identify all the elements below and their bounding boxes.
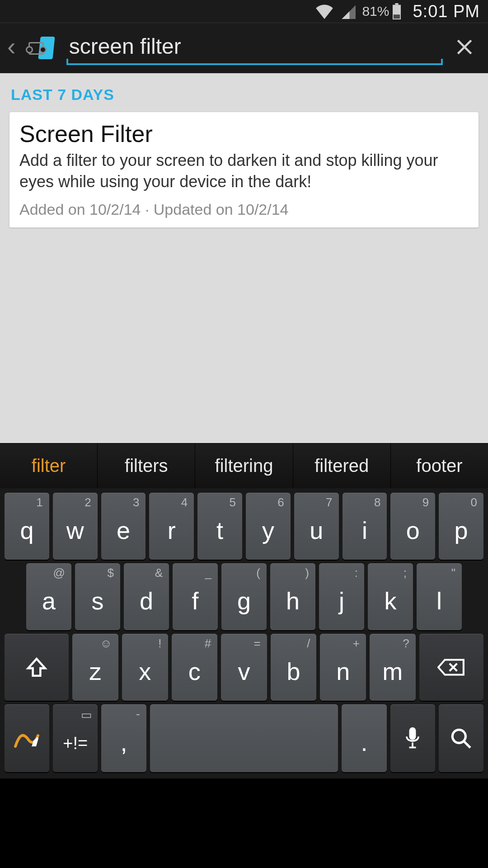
- key-period[interactable]: .: [342, 704, 386, 772]
- key-c[interactable]: #c: [172, 634, 218, 701]
- key-o[interactable]: 9o: [390, 493, 435, 560]
- search-input[interactable]: [66, 34, 443, 61]
- key-backspace[interactable]: [419, 634, 483, 701]
- key-comma[interactable]: - ,: [101, 704, 146, 772]
- suggestion-item[interactable]: footer: [391, 443, 488, 488]
- key-symbols[interactable]: ▭ +!=: [53, 704, 98, 772]
- key-space[interactable]: [150, 704, 338, 772]
- key-r[interactable]: 4r: [149, 493, 194, 560]
- battery-percent: 81%: [362, 4, 389, 19]
- key-n[interactable]: +n: [320, 634, 366, 701]
- suggestion-item[interactable]: filtering: [195, 443, 293, 488]
- key-f[interactable]: _f: [173, 563, 218, 630]
- keyboard-row-3: ☺z !x #c =v /b +n ?m: [2, 632, 486, 703]
- wifi-icon: [315, 4, 334, 19]
- svg-rect-3: [409, 727, 416, 740]
- keyboard-row-1: 1q 2w 3e 4r 5t 6y 7u 8i 9o 0p: [2, 491, 486, 561]
- key-z[interactable]: ☺z: [72, 634, 118, 701]
- suggestion-item[interactable]: filter: [0, 443, 98, 488]
- suggestion-bar: filter filters filtering filtered footer: [0, 443, 488, 488]
- suggestion-item[interactable]: filtered: [293, 443, 391, 488]
- key-e[interactable]: 3e: [101, 493, 146, 560]
- keyboard-row-4: ▭ +!= - , .: [2, 703, 486, 774]
- key-b[interactable]: /b: [271, 634, 317, 701]
- key-g[interactable]: (g: [221, 563, 267, 630]
- search-field-wrap: [66, 31, 443, 65]
- result-meta: Added on 10/2/14 · Updated on 10/2/14: [19, 201, 469, 218]
- app-icon[interactable]: [27, 36, 58, 61]
- result-description: Add a filter to your screen to darken it…: [19, 150, 469, 193]
- key-p[interactable]: 0p: [439, 493, 483, 560]
- key-i[interactable]: 8i: [343, 493, 387, 560]
- key-x[interactable]: !x: [122, 634, 168, 701]
- key-voice[interactable]: [390, 704, 435, 772]
- backspace-icon: [437, 658, 465, 677]
- keyboard: 1q 2w 3e 4r 5t 6y 7u 8i 9o 0p @a $s &d _…: [0, 488, 488, 778]
- key-w[interactable]: 2w: [53, 493, 98, 560]
- svg-rect-0: [395, 3, 399, 5]
- key-j[interactable]: :j: [319, 563, 364, 630]
- result-card[interactable]: Screen Filter Add a filter to your scree…: [9, 112, 479, 228]
- back-button[interactable]: ‹: [5, 34, 19, 62]
- key-search[interactable]: [439, 704, 483, 772]
- result-title: Screen Filter: [19, 120, 469, 147]
- key-m[interactable]: ?m: [370, 634, 416, 701]
- key-d[interactable]: &d: [124, 563, 169, 630]
- key-t[interactable]: 5t: [197, 493, 242, 560]
- key-q[interactable]: 1q: [5, 493, 49, 560]
- results-area: LAST 7 DAYS Screen Filter Add a filter t…: [0, 73, 488, 443]
- key-a[interactable]: @a: [26, 563, 71, 630]
- app-bar: ‹: [0, 23, 488, 73]
- suggestion-item[interactable]: filters: [98, 443, 195, 488]
- mic-icon: [404, 726, 422, 750]
- key-s[interactable]: $s: [75, 563, 120, 630]
- key-shift[interactable]: [5, 634, 69, 701]
- key-u[interactable]: 7u: [294, 493, 339, 560]
- signal-icon: [340, 4, 356, 19]
- status-bar: 81% 5:01 PM: [0, 0, 488, 23]
- clock: 5:01 PM: [413, 2, 480, 21]
- shift-icon: [25, 656, 48, 679]
- key-h[interactable]: )h: [270, 563, 315, 630]
- battery-indicator: 81%: [362, 3, 402, 19]
- key-v[interactable]: =v: [221, 634, 267, 701]
- svg-line-7: [464, 741, 471, 748]
- svg-rect-2: [394, 14, 400, 19]
- key-swype[interactable]: [5, 704, 49, 772]
- keyboard-row-2: @a $s &d _f (g )h :j ;k "l: [2, 561, 486, 632]
- section-header: LAST 7 DAYS: [9, 83, 479, 112]
- key-k[interactable]: ;k: [368, 563, 413, 630]
- search-icon: [450, 727, 472, 750]
- svg-point-6: [453, 730, 466, 743]
- clear-search-button[interactable]: [451, 37, 478, 59]
- key-y[interactable]: 6y: [246, 493, 291, 560]
- key-l[interactable]: "l: [417, 563, 462, 630]
- swype-icon: [14, 726, 41, 750]
